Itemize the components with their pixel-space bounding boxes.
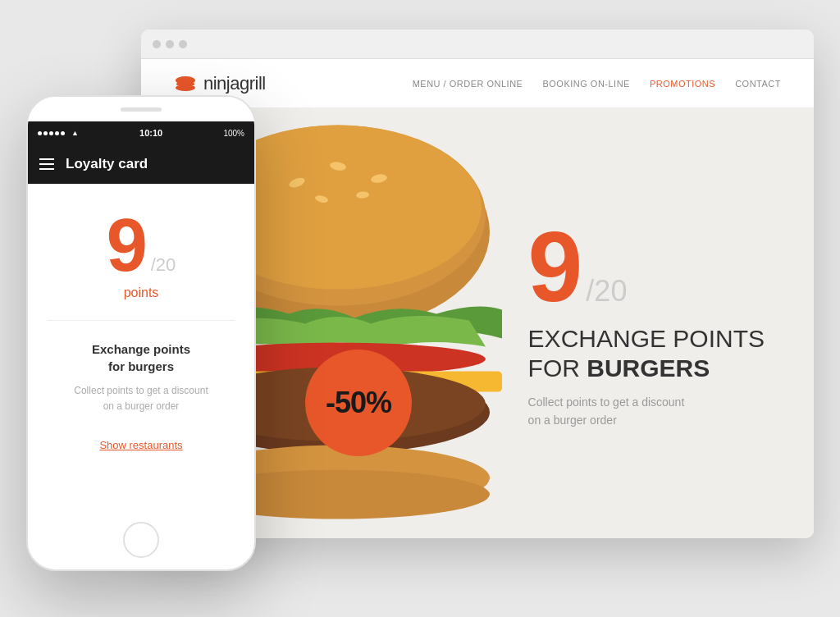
browser-dot-2 [166,40,174,48]
browser-dot-3 [179,40,187,48]
hamburger-menu-icon[interactable] [39,158,54,170]
discount-value: -50% [326,386,391,419]
hero-subtitle-line2: on a burger order [528,414,617,427]
hero-points-big: 9 [528,217,583,316]
phone-points-big: 9 [107,208,148,282]
wifi-icon: ▲ [71,129,79,137]
logo-text: ninjagrill [203,73,266,94]
phone-divider [48,320,235,321]
phone-body: 9 /20 points Exchange pointsfor burgers … [28,184,254,468]
phone-wrapper: ▲ 10:10 100% Loyalty card 9 /20 [26,95,256,571]
logo-area: ninjagrill [174,72,266,95]
phone-home-button[interactable] [123,522,159,558]
hero-tagline: EXCHANGE POINTS FOR BURGERS [528,324,765,383]
nav-item-contact[interactable]: CONTACT [735,79,781,89]
phone-speaker [121,107,162,112]
status-battery: 100% [223,129,244,138]
nav-item-promotions[interactable]: PROMOTIONS [650,79,715,89]
hamburger-line-3 [39,168,54,170]
show-restaurants-link[interactable]: Show restaurants [99,439,182,451]
phone-exchange-sub: Collect points to get a discounton a bur… [74,383,208,414]
hero-tagline-line2: FOR [528,354,587,382]
hero-tagline-bold: BURGERS [587,354,710,382]
status-left: ▲ [38,129,79,137]
logo-icon [174,72,197,95]
scene: ninjagrill MENU / ORDER ONLINE BOOKING O… [26,30,814,587]
hamburger-line-1 [39,158,54,160]
browser-dot-1 [153,40,161,48]
nav-item-menu[interactable]: MENU / ORDER ONLINE [413,79,523,89]
hero-subtitle-line1: Collect points to get a discount [528,395,685,409]
phone-points-label: points [124,286,159,300]
svg-point-2 [176,85,195,91]
discount-text: -50% [326,386,391,420]
hamburger-line-2 [39,163,54,165]
hero-points-denom: /20 [586,274,627,308]
website-nav: MENU / ORDER ONLINE BOOKING ON-LINE PROM… [413,79,781,89]
phone-exchange-title: Exchange pointsfor burgers [92,340,190,375]
phone-points-denom: /20 [151,254,176,276]
hero-subtitle: Collect points to get a discount on a bu… [528,393,765,430]
signal-icon [38,131,65,135]
status-time: 10:10 [139,128,162,138]
phone-top-bar [28,97,254,121]
phone: ▲ 10:10 100% Loyalty card 9 /20 [26,95,256,571]
browser-chrome [141,30,814,59]
nav-item-booking[interactable]: BOOKING ON-LINE [542,79,630,89]
phone-nav-bar: Loyalty card [28,144,254,184]
hero-points-line: 9 /20 [528,217,765,316]
browser-dots [153,40,187,48]
phone-status-bar: ▲ 10:10 100% [28,121,254,144]
hero-tagline-line1: EXCHANGE POINTS [528,325,765,352]
phone-points-row: 9 /20 [107,208,176,282]
discount-badge: -50% [305,350,412,456]
hero-content: 9 /20 EXCHANGE POINTS FOR BURGERS Collec… [528,217,765,430]
phone-nav-title: Loyalty card [66,156,148,172]
